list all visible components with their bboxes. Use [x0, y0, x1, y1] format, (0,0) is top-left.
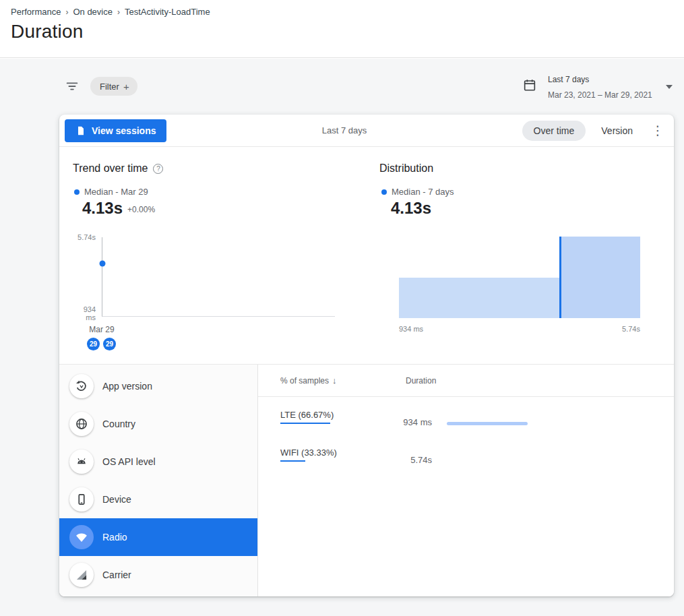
- breadcrumb: Performance › On device › TestActivity-L…: [11, 7, 210, 17]
- sidebar-item-os-api-level[interactable]: OS API level: [59, 443, 257, 481]
- filter-list-icon[interactable]: [65, 79, 80, 94]
- distribution-median-line: [559, 237, 561, 318]
- view-sessions-label: View sessions: [92, 125, 156, 136]
- breakdown-section: App version Country: [59, 364, 674, 596]
- page-header: Performance › On device › TestActivity-L…: [0, 0, 684, 58]
- globe-icon: [69, 412, 94, 436]
- view-tabs: Over time Version: [522, 121, 644, 141]
- filter-chip-label: Filter: [100, 82, 119, 92]
- sidebar-item-country[interactable]: Country: [59, 405, 257, 443]
- help-icon[interactable]: ?: [153, 164, 163, 174]
- distribution-legend: Median - 7 days: [381, 187, 454, 197]
- trend-y-max: 5.74s: [73, 233, 96, 241]
- sidebar-item-radio[interactable]: Radio: [59, 518, 257, 556]
- trend-chart: 5.74s 934 ms Mar 29 29 29: [73, 229, 356, 364]
- samples-pct-bar: [280, 423, 330, 424]
- table-row[interactable]: WIFI (33.33%) 5.74s: [258, 435, 674, 472]
- sidebar-item-label: App version: [102, 381, 152, 392]
- android-icon: [69, 450, 94, 474]
- sidebar-item-label: Device: [102, 494, 131, 505]
- sidebar-item-label: Carrier: [102, 569, 131, 580]
- calendar-icon: [522, 78, 537, 92]
- sidebar-item-label: Country: [102, 419, 135, 429]
- distribution-legend-label: Median - 7 days: [392, 187, 454, 197]
- wifi-icon: [69, 525, 94, 549]
- date-range-value: Mar 23, 2021 – Mar 29, 2021: [548, 90, 652, 100]
- trend-x-tick: Mar 29: [82, 325, 122, 334]
- breadcrumb-trace[interactable]: TestActivity-LoadTime: [125, 7, 210, 17]
- trend-title-text: Trend over time: [73, 162, 148, 175]
- phone-icon: [69, 487, 94, 512]
- row-label: WIFI (33.33%): [280, 448, 337, 458]
- samples-pct-bar: [280, 460, 305, 462]
- trend-section-title: Trend over time ?: [73, 162, 163, 175]
- trend-legend: Median - Mar 29: [74, 187, 148, 197]
- distribution-section-title: Distribution: [379, 162, 433, 175]
- trend-median-value: 4.13s: [82, 199, 123, 218]
- range-handle-start[interactable]: 29: [87, 338, 100, 350]
- range-handle-end[interactable]: 29: [103, 338, 116, 350]
- breadcrumb-on-device[interactable]: On device: [73, 7, 113, 17]
- table-header: % of samples ↓ Duration: [258, 365, 674, 397]
- tab-version[interactable]: Version: [590, 121, 644, 141]
- distribution-value-row: 4.13s: [391, 199, 431, 218]
- card-header: View sessions Last 7 days Over time Vers…: [59, 115, 674, 147]
- samples-header-label: % of samples: [280, 376, 329, 386]
- content-area: Filter + Last 7 days Mar 23, 2021 – Mar …: [0, 59, 684, 616]
- sidebar-item-app-version[interactable]: App version: [59, 367, 257, 405]
- breadcrumb-separator: ›: [117, 7, 120, 17]
- page-title: Duration: [11, 21, 83, 42]
- cell-signal-icon: [69, 563, 94, 587]
- table-row[interactable]: LTE (66.67%) 934 ms: [258, 397, 674, 435]
- column-header-samples[interactable]: % of samples ↓: [280, 375, 406, 386]
- card-period-label: Last 7 days: [166, 125, 522, 135]
- histogram-bar: [559, 237, 640, 318]
- sort-descending-icon: ↓: [332, 375, 337, 386]
- breakdown-sidebar: App version Country: [59, 365, 258, 596]
- trend-delta: +0.00%: [127, 205, 155, 214]
- column-header-duration[interactable]: Duration: [406, 376, 436, 386]
- row-duration-value: 5.74s: [378, 455, 432, 465]
- trend-plot-area: [102, 237, 335, 317]
- sidebar-item-device[interactable]: Device: [59, 481, 257, 518]
- row-duration-value: 934 ms: [378, 417, 432, 427]
- chevron-down-icon: [666, 85, 673, 89]
- trend-y-min: 934 ms: [73, 305, 96, 321]
- distribution-median-value: 4.13s: [391, 199, 431, 218]
- date-range-label: Last 7 days: [548, 75, 589, 84]
- view-sessions-button[interactable]: View sessions: [65, 119, 166, 142]
- trend-legend-label: Median - Mar 29: [84, 187, 148, 197]
- duration-card: View sessions Last 7 days Over time Vers…: [59, 115, 674, 596]
- trend-value-row: 4.13s +0.00%: [82, 199, 155, 218]
- distribution-x-max: 5.74s: [622, 325, 640, 333]
- sidebar-item-label: OS API level: [102, 456, 156, 467]
- add-filter-chip[interactable]: Filter +: [90, 77, 137, 96]
- app-version-icon: [69, 374, 94, 398]
- distribution-histogram: [399, 237, 640, 318]
- breadcrumb-performance[interactable]: Performance: [11, 7, 61, 17]
- distribution-x-min: 934 ms: [399, 325, 423, 333]
- trend-median-point: [100, 261, 106, 267]
- legend-dot-icon: [381, 189, 387, 195]
- histogram-bar: [399, 278, 559, 319]
- overflow-menu-icon[interactable]: ⋮: [648, 123, 667, 138]
- distribution-title-text: Distribution: [379, 162, 433, 175]
- sidebar-item-label: Radio: [102, 532, 127, 543]
- row-label: LTE (66.67%): [280, 410, 334, 420]
- duration-spark-bar: [447, 422, 528, 425]
- date-range-picker[interactable]: Last 7 days Mar 23, 2021 – Mar 29, 2021: [522, 72, 674, 104]
- breadcrumb-separator: ›: [65, 7, 68, 17]
- legend-dot-icon: [74, 189, 80, 195]
- add-icon: +: [123, 81, 129, 92]
- distribution-axis: 934 ms 5.74s: [399, 325, 640, 333]
- tab-over-time[interactable]: Over time: [522, 121, 586, 141]
- document-icon: [75, 125, 86, 136]
- breakdown-table: % of samples ↓ Duration LTE (66.67%) 934…: [258, 365, 674, 596]
- sidebar-item-carrier[interactable]: Carrier: [59, 556, 257, 594]
